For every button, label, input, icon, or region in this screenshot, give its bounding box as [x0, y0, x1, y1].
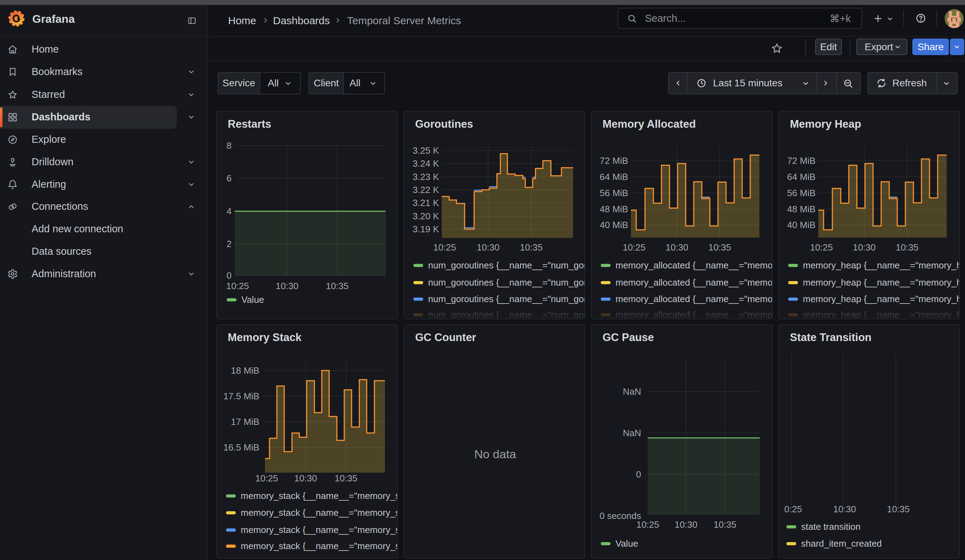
- svg-text:10:25: 10:25: [623, 242, 645, 253]
- svg-text:10:25: 10:25: [810, 242, 833, 253]
- svg-text:3.19 K: 3.19 K: [413, 224, 439, 234]
- svg-text:10:35: 10:35: [713, 519, 736, 530]
- svg-text:10:35: 10:35: [334, 473, 357, 483]
- svg-text:72 MiB: 72 MiB: [787, 155, 816, 166]
- svg-text:64 MiB: 64 MiB: [787, 171, 816, 182]
- svg-text:56 MiB: 56 MiB: [600, 188, 628, 198]
- svg-text:3.24 K: 3.24 K: [413, 158, 439, 169]
- svg-text:NaN: NaN: [623, 386, 641, 397]
- svg-text:10:25: 10:25: [433, 242, 456, 253]
- svg-text:18 MiB: 18 MiB: [231, 365, 259, 376]
- svg-text:56 MiB: 56 MiB: [787, 188, 816, 198]
- svg-text:10:30: 10:30: [833, 504, 856, 514]
- svg-text:10:25: 10:25: [255, 473, 278, 483]
- svg-text:0: 0: [636, 469, 641, 480]
- svg-text:3.23 K: 3.23 K: [413, 171, 439, 182]
- svg-text:48 MiB: 48 MiB: [787, 204, 816, 214]
- svg-text:8: 8: [227, 140, 232, 151]
- svg-text:40 MiB: 40 MiB: [787, 220, 816, 230]
- svg-text:0:25: 0:25: [784, 504, 802, 514]
- svg-text:17.5 MiB: 17.5 MiB: [223, 391, 259, 402]
- svg-text:4: 4: [227, 206, 232, 217]
- svg-text:40 MiB: 40 MiB: [600, 220, 628, 230]
- svg-text:10:25: 10:25: [226, 281, 249, 291]
- svg-text:10:35: 10:35: [708, 242, 731, 253]
- svg-text:17 MiB: 17 MiB: [231, 416, 259, 427]
- svg-text:2: 2: [227, 238, 232, 249]
- svg-text:10:30: 10:30: [476, 242, 499, 253]
- svg-text:10:35: 10:35: [887, 504, 909, 514]
- svg-text:6: 6: [227, 173, 232, 183]
- svg-text:10:35: 10:35: [520, 242, 543, 253]
- svg-text:3.22 K: 3.22 K: [413, 184, 439, 195]
- svg-text:10:35: 10:35: [896, 242, 918, 253]
- svg-text:10:30: 10:30: [674, 519, 697, 530]
- svg-text:10:35: 10:35: [325, 281, 348, 291]
- svg-text:16.5 MiB: 16.5 MiB: [223, 442, 259, 452]
- svg-text:72 MiB: 72 MiB: [600, 155, 628, 166]
- svg-text:10:30: 10:30: [665, 242, 688, 253]
- svg-text:10:30: 10:30: [853, 242, 875, 253]
- svg-text:3.25 K: 3.25 K: [413, 145, 439, 156]
- svg-text:10:30: 10:30: [275, 281, 298, 291]
- svg-text:3.20 K: 3.20 K: [413, 211, 439, 221]
- svg-text:64 MiB: 64 MiB: [600, 171, 628, 182]
- svg-text:48 MiB: 48 MiB: [600, 204, 628, 214]
- svg-text:3.21 K: 3.21 K: [413, 198, 439, 208]
- svg-text:10:25: 10:25: [636, 519, 659, 530]
- svg-text:0: 0: [227, 270, 232, 281]
- svg-text:10:30: 10:30: [294, 473, 317, 483]
- svg-text:0 seconds: 0 seconds: [599, 511, 641, 521]
- svg-text:NaN: NaN: [623, 428, 641, 438]
